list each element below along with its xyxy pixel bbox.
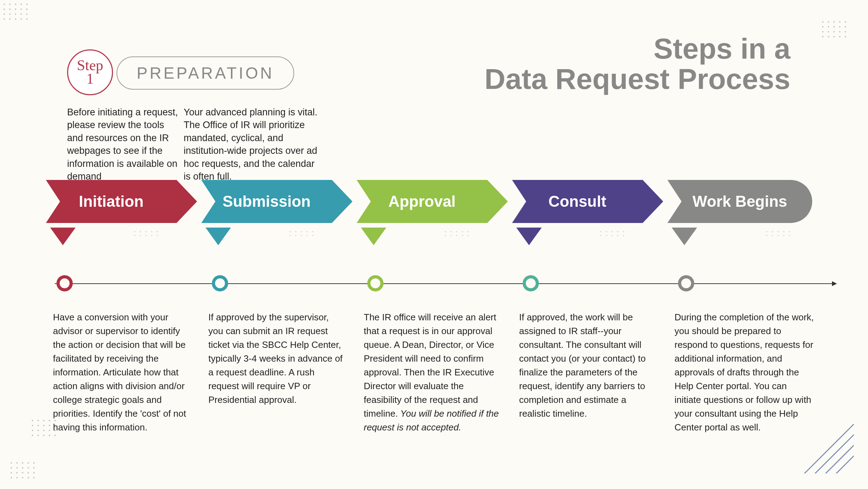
svg-line-3	[836, 456, 854, 473]
chevron-down-icon	[672, 228, 697, 245]
arrow-label: Consult	[548, 193, 606, 210]
arrow-label: Approval	[388, 193, 456, 210]
timeline-node-approval	[367, 275, 384, 291]
arrow-label: Initiation	[79, 193, 143, 210]
arrow-submission: Submission	[201, 180, 332, 236]
chevron-down-icon	[516, 228, 542, 245]
timeline-node-initiation	[57, 275, 73, 291]
svg-line-1	[815, 435, 854, 473]
step-1-badge-icon: Step 1	[67, 49, 113, 95]
arrow-label: Work Begins	[692, 193, 787, 210]
decor-dots	[445, 231, 470, 236]
desc-approval: The IR office will receive an alert that…	[364, 310, 500, 434]
arrow-approval: Approval	[357, 180, 487, 236]
decor-dots	[600, 231, 625, 236]
preparation-pill: PREPARATION	[117, 56, 294, 90]
chevron-down-icon	[206, 228, 231, 245]
title-line-1: Steps in a	[654, 32, 790, 65]
chevron-down-icon	[50, 228, 76, 245]
decor-dots-tr	[822, 21, 847, 37]
process-arrows-row: Initiation Submission Approval Consult W…	[46, 180, 819, 236]
decor-dots	[134, 231, 159, 236]
decor-dots-bl1	[11, 462, 35, 478]
desc-submission: If approved by the supervisor, you can s…	[208, 310, 344, 407]
prep-paragraph-1: Before initiating a request, please revi…	[67, 106, 180, 183]
title-line-2: Data Request Process	[484, 63, 790, 95]
arrow-label: Submission	[222, 193, 310, 210]
decor-dots	[290, 231, 314, 236]
desc-initiation: Have a conversion with your advisor or s…	[53, 310, 189, 434]
timeline-axis	[55, 283, 833, 284]
arrow-consult: Consult	[512, 180, 643, 236]
chevron-down-icon	[361, 228, 386, 245]
desc-consult: If approved, the work will be assigned t…	[519, 310, 655, 421]
step-badge-number: 1	[87, 72, 94, 86]
arrow-initiation: Initiation	[46, 180, 177, 236]
timeline-node-submission	[212, 275, 228, 291]
timeline-node-work-begins	[678, 275, 694, 291]
desc-work-begins: During the completion of the work, you s…	[674, 310, 814, 434]
decor-dots	[766, 231, 791, 236]
page-title: Steps in a Data Request Process	[484, 34, 790, 94]
timeline-node-consult	[523, 275, 539, 291]
prep-paragraph-2: Your advanced planning is vital. The Off…	[184, 106, 321, 183]
arrow-work-begins: Work Begins	[667, 180, 812, 236]
decor-dots-tl	[4, 4, 28, 20]
